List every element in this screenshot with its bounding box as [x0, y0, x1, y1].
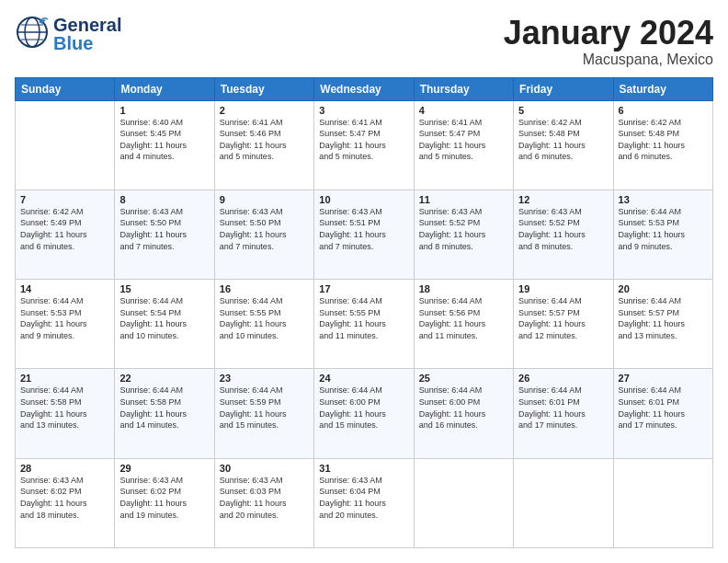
- day-number: 26: [518, 373, 608, 384]
- month-title: January 2024: [504, 15, 713, 52]
- day-number: 23: [220, 373, 309, 384]
- day-number: 7: [20, 194, 109, 205]
- day-number: 18: [419, 283, 508, 294]
- day-number: 4: [419, 105, 508, 116]
- calendar-cell: 8Sunrise: 6:43 AMSunset: 5:50 PMDaylight…: [115, 190, 214, 279]
- day-number: 20: [619, 283, 708, 294]
- calendar-cell: 31Sunrise: 6:43 AMSunset: 6:04 PMDayligh…: [314, 458, 414, 547]
- calendar-cell: 26Sunrise: 6:44 AMSunset: 6:01 PMDayligh…: [514, 369, 613, 458]
- header: General Blue January 2024 Macuspana, Mex…: [15, 15, 713, 68]
- weekday-header-tuesday: Tuesday: [214, 77, 313, 100]
- calendar-cell: 14Sunrise: 6:44 AMSunset: 5:53 PMDayligh…: [16, 280, 115, 369]
- calendar-header-row: SundayMondayTuesdayWednesdayThursdayFrid…: [16, 77, 713, 100]
- day-number: 12: [518, 194, 608, 205]
- day-info: Sunrise: 6:44 AMSunset: 5:55 PMDaylight:…: [319, 295, 408, 341]
- day-number: 11: [419, 194, 508, 205]
- calendar-cell: 13Sunrise: 6:44 AMSunset: 5:53 PMDayligh…: [613, 190, 712, 279]
- calendar-week-row: 1Sunrise: 6:40 AMSunset: 5:45 PMDaylight…: [16, 100, 713, 190]
- day-number: 28: [20, 463, 109, 474]
- calendar-cell: 16Sunrise: 6:44 AMSunset: 5:55 PMDayligh…: [214, 280, 313, 369]
- calendar-cell: 24Sunrise: 6:44 AMSunset: 6:00 PMDayligh…: [314, 369, 414, 458]
- day-info: Sunrise: 6:43 AMSunset: 6:04 PMDaylight:…: [319, 475, 408, 521]
- calendar-week-row: 7Sunrise: 6:42 AMSunset: 5:49 PMDaylight…: [16, 190, 713, 279]
- day-info: Sunrise: 6:44 AMSunset: 6:00 PMDaylight:…: [419, 385, 508, 431]
- page: General Blue January 2024 Macuspana, Mex…: [0, 0, 728, 563]
- calendar-cell: 3Sunrise: 6:41 AMSunset: 5:47 PMDaylight…: [314, 100, 414, 190]
- logo: General Blue: [15, 15, 121, 53]
- day-number: 30: [220, 463, 309, 474]
- calendar-cell: 21Sunrise: 6:44 AMSunset: 5:58 PMDayligh…: [16, 369, 115, 458]
- calendar-cell: 28Sunrise: 6:43 AMSunset: 6:02 PMDayligh…: [16, 458, 115, 547]
- day-number: 15: [119, 283, 209, 294]
- calendar-cell: 25Sunrise: 6:44 AMSunset: 6:00 PMDayligh…: [414, 369, 513, 458]
- calendar-cell: 7Sunrise: 6:42 AMSunset: 5:49 PMDaylight…: [16, 190, 115, 279]
- day-info: Sunrise: 6:41 AMSunset: 5:46 PMDaylight:…: [220, 117, 309, 163]
- calendar-cell: 15Sunrise: 6:44 AMSunset: 5:54 PMDayligh…: [115, 280, 214, 369]
- day-info: Sunrise: 6:43 AMSunset: 5:50 PMDaylight:…: [220, 206, 309, 252]
- day-info: Sunrise: 6:44 AMSunset: 6:00 PMDaylight:…: [319, 385, 408, 431]
- weekday-header-wednesday: Wednesday: [314, 77, 414, 100]
- day-info: Sunrise: 6:43 AMSunset: 5:52 PMDaylight:…: [518, 206, 608, 252]
- calendar-cell: [414, 458, 513, 547]
- weekday-header-monday: Monday: [115, 77, 214, 100]
- calendar-cell: 11Sunrise: 6:43 AMSunset: 5:52 PMDayligh…: [414, 190, 513, 279]
- calendar-week-row: 28Sunrise: 6:43 AMSunset: 6:02 PMDayligh…: [16, 458, 713, 547]
- calendar-table: SundayMondayTuesdayWednesdayThursdayFrid…: [15, 77, 713, 548]
- day-number: 5: [518, 105, 608, 116]
- day-info: Sunrise: 6:41 AMSunset: 5:47 PMDaylight:…: [419, 117, 508, 163]
- calendar-cell: 29Sunrise: 6:43 AMSunset: 6:02 PMDayligh…: [115, 458, 214, 547]
- logo-line2: Blue: [53, 34, 121, 52]
- day-info: Sunrise: 6:44 AMSunset: 6:01 PMDaylight:…: [518, 385, 608, 431]
- logo-name: General Blue: [53, 16, 121, 52]
- day-number: 8: [119, 194, 209, 205]
- calendar-cell: 17Sunrise: 6:44 AMSunset: 5:55 PMDayligh…: [314, 280, 414, 369]
- day-info: Sunrise: 6:41 AMSunset: 5:47 PMDaylight:…: [319, 117, 408, 163]
- calendar-cell: [16, 100, 115, 190]
- calendar-week-row: 21Sunrise: 6:44 AMSunset: 5:58 PMDayligh…: [16, 369, 713, 458]
- calendar-cell: 4Sunrise: 6:41 AMSunset: 5:47 PMDaylight…: [414, 100, 513, 190]
- weekday-header-saturday: Saturday: [613, 77, 712, 100]
- location: Macuspana, Mexico: [504, 52, 713, 68]
- day-info: Sunrise: 6:44 AMSunset: 5:57 PMDaylight:…: [518, 295, 608, 341]
- logo-line1: General: [53, 16, 121, 34]
- calendar-cell: 10Sunrise: 6:43 AMSunset: 5:51 PMDayligh…: [314, 190, 414, 279]
- day-info: Sunrise: 6:43 AMSunset: 6:03 PMDaylight:…: [220, 475, 309, 521]
- day-number: 21: [20, 373, 109, 384]
- calendar-cell: 5Sunrise: 6:42 AMSunset: 5:48 PMDaylight…: [514, 100, 613, 190]
- day-info: Sunrise: 6:44 AMSunset: 5:54 PMDaylight:…: [119, 295, 209, 341]
- day-number: 10: [319, 194, 408, 205]
- day-info: Sunrise: 6:43 AMSunset: 5:52 PMDaylight:…: [419, 206, 508, 252]
- day-number: 29: [119, 463, 209, 474]
- day-number: 19: [518, 283, 608, 294]
- day-info: Sunrise: 6:43 AMSunset: 5:51 PMDaylight:…: [319, 206, 408, 252]
- day-info: Sunrise: 6:44 AMSunset: 5:53 PMDaylight:…: [20, 295, 109, 341]
- day-info: Sunrise: 6:43 AMSunset: 5:50 PMDaylight:…: [119, 206, 209, 252]
- weekday-header-sunday: Sunday: [16, 77, 115, 100]
- title-area: January 2024 Macuspana, Mexico: [504, 15, 713, 68]
- calendar-cell: 20Sunrise: 6:44 AMSunset: 5:57 PMDayligh…: [613, 280, 712, 369]
- calendar-cell: 6Sunrise: 6:42 AMSunset: 5:48 PMDaylight…: [613, 100, 712, 190]
- calendar-cell: 9Sunrise: 6:43 AMSunset: 5:50 PMDaylight…: [214, 190, 313, 279]
- day-number: 14: [20, 283, 109, 294]
- calendar-cell: 12Sunrise: 6:43 AMSunset: 5:52 PMDayligh…: [514, 190, 613, 279]
- day-number: 16: [220, 283, 309, 294]
- day-number: 24: [319, 373, 408, 384]
- day-number: 31: [319, 463, 408, 474]
- calendar-cell: 2Sunrise: 6:41 AMSunset: 5:46 PMDaylight…: [214, 100, 313, 190]
- logo-icon: [15, 15, 50, 50]
- calendar-cell: 1Sunrise: 6:40 AMSunset: 5:45 PMDaylight…: [115, 100, 214, 190]
- calendar-week-row: 14Sunrise: 6:44 AMSunset: 5:53 PMDayligh…: [16, 280, 713, 369]
- day-info: Sunrise: 6:40 AMSunset: 5:45 PMDaylight:…: [119, 117, 209, 163]
- day-info: Sunrise: 6:44 AMSunset: 5:56 PMDaylight:…: [419, 295, 508, 341]
- day-info: Sunrise: 6:44 AMSunset: 5:53 PMDaylight:…: [619, 206, 708, 252]
- calendar-cell: 18Sunrise: 6:44 AMSunset: 5:56 PMDayligh…: [414, 280, 513, 369]
- day-number: 25: [419, 373, 508, 384]
- weekday-header-thursday: Thursday: [414, 77, 513, 100]
- day-number: 6: [619, 105, 708, 116]
- calendar-cell: 30Sunrise: 6:43 AMSunset: 6:03 PMDayligh…: [214, 458, 313, 547]
- weekday-header-friday: Friday: [514, 77, 613, 100]
- calendar-cell: 27Sunrise: 6:44 AMSunset: 6:01 PMDayligh…: [613, 369, 712, 458]
- day-info: Sunrise: 6:42 AMSunset: 5:48 PMDaylight:…: [518, 117, 608, 163]
- day-number: 22: [119, 373, 209, 384]
- day-info: Sunrise: 6:42 AMSunset: 5:48 PMDaylight:…: [619, 117, 708, 163]
